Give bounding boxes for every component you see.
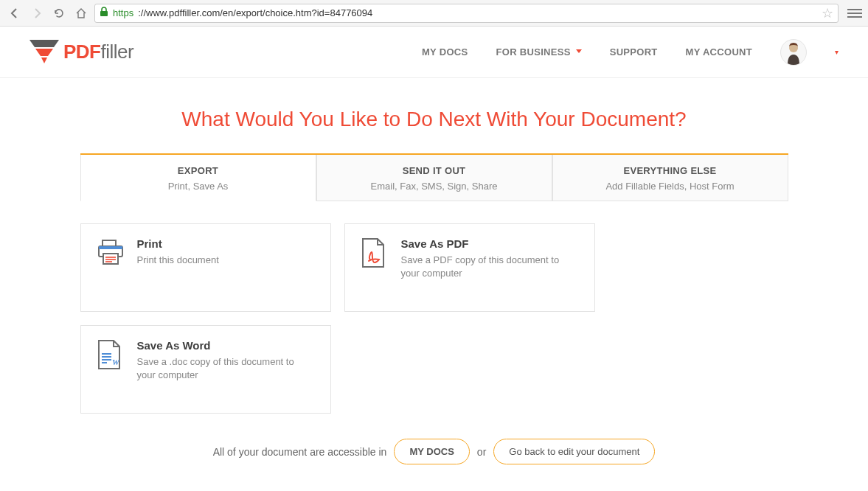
chevron-down-icon[interactable]: ▾ [835, 48, 839, 56]
pdf-file-icon [360, 237, 389, 298]
tab-everything-else[interactable]: EVERYTHING ELSE Add Fillable Fields, Hos… [552, 155, 788, 201]
card-print[interactable]: Print Print this document [80, 223, 331, 312]
card-description: Print this document [137, 254, 219, 267]
tab-export[interactable]: EXPORT Print, Save As [80, 155, 316, 201]
page-title: What Would You Like to Do Next With Your… [80, 108, 788, 131]
card-description: Save a .doc copy of this document to you… [137, 355, 316, 381]
home-button[interactable] [72, 4, 90, 22]
forward-button[interactable] [28, 4, 46, 22]
tab-subtitle: Email, Fax, SMS, Sign, Share [317, 181, 552, 192]
my-docs-button[interactable]: MY DOCS [394, 439, 469, 464]
svg-rect-7 [99, 246, 122, 249]
footer-line: All of your document are accessible in M… [80, 439, 788, 464]
tab-title: SEND IT OUT [317, 165, 552, 176]
tab-title: EVERYTHING ELSE [553, 165, 788, 176]
logo-icon [29, 40, 59, 65]
back-button[interactable] [6, 4, 24, 22]
bookmark-star-icon[interactable]: ☆ [822, 5, 833, 21]
hamburger-menu-icon[interactable] [847, 6, 862, 21]
card-title: Save As Word [137, 339, 316, 352]
url-path: ://www.pdffiller.com/en/export/choice.ht… [138, 7, 817, 18]
svg-text:W: W [112, 358, 120, 366]
nav-support[interactable]: SUPPORT [610, 46, 658, 58]
nav-my-account[interactable]: MY ACCOUNT [686, 46, 752, 58]
card-title: Print [137, 237, 219, 250]
reload-button[interactable] [50, 4, 68, 22]
site-header: PDFfiller MY DOCS FOR BUSINESS SUPPORT M… [0, 27, 868, 78]
go-back-button[interactable]: Go back to edit your document [493, 439, 655, 464]
svg-marker-2 [35, 49, 53, 56]
word-file-icon: W [96, 339, 125, 400]
svg-rect-5 [103, 240, 116, 246]
printer-icon [96, 237, 125, 298]
card-title: Save As PDF [401, 237, 580, 250]
nav-my-docs[interactable]: MY DOCS [422, 46, 468, 58]
card-description: Save a PDF copy of this document to your… [401, 254, 580, 279]
nav-for-business[interactable]: FOR BUSINESS [496, 46, 582, 58]
tab-subtitle: Add Fillable Fields, Host Form [553, 181, 788, 192]
main-container: What Would You Like to Do Next With Your… [80, 108, 788, 464]
svg-rect-0 [100, 11, 108, 16]
browser-toolbar: https ://www.pdffiller.com/en/export/cho… [0, 0, 868, 27]
footer-prefix: All of your document are accessible in [213, 446, 387, 458]
footer-or: or [477, 446, 486, 458]
svg-marker-3 [41, 58, 47, 63]
card-save-as-word[interactable]: W Save As Word Save a .doc copy of this … [80, 325, 331, 414]
address-bar[interactable]: https ://www.pdffiller.com/en/export/cho… [94, 4, 839, 23]
svg-marker-1 [29, 40, 59, 47]
export-options: Print Print this document Save As PDF Sa… [80, 223, 788, 414]
lock-icon [100, 7, 108, 19]
tabs-row: EXPORT Print, Save As SEND IT OUT Email,… [80, 153, 788, 201]
tab-title: EXPORT [81, 165, 316, 176]
user-avatar[interactable] [780, 39, 807, 66]
card-save-as-pdf[interactable]: Save As PDF Save a PDF copy of this docu… [344, 223, 595, 312]
svg-rect-8 [103, 254, 118, 264]
tab-subtitle: Print, Save As [81, 181, 316, 192]
logo-text: PDFfiller [63, 41, 133, 63]
main-nav: MY DOCS FOR BUSINESS SUPPORT MY ACCOUNT … [422, 39, 839, 66]
url-protocol: https [113, 7, 133, 18]
site-logo[interactable]: PDFfiller [29, 40, 133, 65]
tab-send-it-out[interactable]: SEND IT OUT Email, Fax, SMS, Sign, Share [316, 155, 552, 201]
